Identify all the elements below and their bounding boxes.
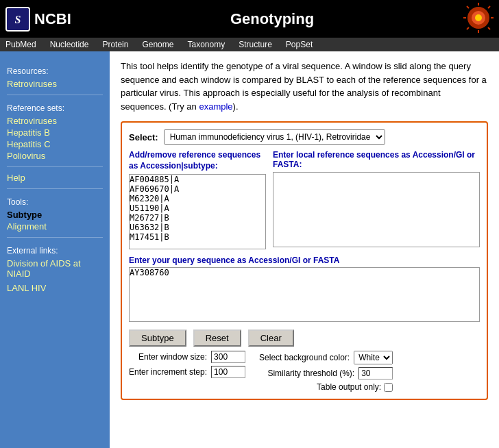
sidebar-retroviruses-resources[interactable]: Retroviruses <box>7 79 103 89</box>
two-col: Add/remove reference sequences as Access… <box>129 150 480 251</box>
intro-text2: ). <box>233 101 239 112</box>
external-label: External links: <box>7 246 103 256</box>
table-label: Table output only: <box>317 382 381 392</box>
sidebar: Resources: Retroviruses Reference sets: … <box>0 51 110 448</box>
sidebar-ref-hepatitisb[interactable]: Hepatitis B <box>7 127 103 138</box>
sidebar-division[interactable]: Division of AIDS at NIAID <box>7 258 103 279</box>
clear-button[interactable]: Clear <box>248 329 294 347</box>
nav-nucleotide[interactable]: Nucleotide <box>50 40 89 49</box>
fasta-area[interactable] <box>273 172 480 247</box>
svg-line-12 <box>467 27 469 29</box>
window-input[interactable] <box>211 351 245 363</box>
header: S NCBI Genotyping <box>0 0 499 38</box>
bg-select[interactable]: White Black Gray Blue <box>354 351 393 364</box>
nav-pubmed[interactable]: PubMed <box>5 40 36 49</box>
svg-line-10 <box>488 27 490 29</box>
select-row: Select: Human immunodeficiency virus 1, … <box>129 129 480 145</box>
tool-panel: Select: Human immunodeficiency virus 1, … <box>121 121 488 400</box>
bg-color-line: Select background color: White Black Gra… <box>259 351 393 364</box>
increment-line: Enter increment step: <box>129 366 245 378</box>
nav-popset[interactable]: PopSet <box>286 40 313 49</box>
query-area[interactable]: AY308760 <box>129 267 480 322</box>
resources-label: Resources: <box>7 66 103 76</box>
page-title-area: Genotyping <box>81 10 463 28</box>
sidebar-ref-retroviruses[interactable]: Retroviruses <box>7 116 103 126</box>
nav-genome[interactable]: Genome <box>142 40 173 49</box>
left-col: Add/remove reference sequences as Access… <box>129 150 266 251</box>
accession-list[interactable]: AF004885|A AF069670|A M62320|A U51190|A … <box>129 174 266 249</box>
query-label: Enter your query sequence as Accession/G… <box>129 256 480 265</box>
ncbi-logo-icon: S <box>5 7 30 32</box>
divider4 <box>7 237 103 238</box>
svg-point-4 <box>475 14 482 21</box>
reference-label: Reference sets: <box>7 103 103 113</box>
params-right: Select background color: White Black Gra… <box>259 351 393 392</box>
table-output-line: Table output only: <box>259 382 393 392</box>
sidebar-alignment[interactable]: Alignment <box>7 221 103 232</box>
params-left: Enter window size: Enter increment step: <box>129 351 245 378</box>
threshold-line: Similarity threshold (%): <box>259 367 393 379</box>
svg-line-11 <box>488 6 490 8</box>
right-col: Enter local reference sequences as Acces… <box>273 150 480 251</box>
sidebar-help[interactable]: Help <box>7 173 103 183</box>
virus-select[interactable]: Human immunodeficiency virus 1, (HIV-1),… <box>164 129 385 145</box>
tools-label: Tools: <box>7 197 103 207</box>
intro-text1: This tool helps identify the genotype of… <box>121 61 487 112</box>
intro-text: This tool helps identify the genotype of… <box>121 60 488 113</box>
subtype-button[interactable]: Subtype <box>129 329 186 347</box>
reset-button[interactable]: Reset <box>193 329 241 347</box>
increment-label: Enter increment step: <box>129 367 207 377</box>
add-remove-label: Add/remove reference sequences as Access… <box>129 150 266 171</box>
params-row: Enter window size: Enter increment step:… <box>129 351 480 392</box>
svg-line-9 <box>467 6 469 8</box>
divider3 <box>7 188 103 189</box>
page-title: Genotyping <box>230 10 314 27</box>
threshold-input[interactable] <box>358 367 393 379</box>
divider2 <box>7 166 103 167</box>
sidebar-ref-hepatitisc[interactable]: Hepatitis C <box>7 139 103 149</box>
threshold-label: Similarity threshold (%): <box>267 369 354 378</box>
main-layout: Resources: Retroviruses Reference sets: … <box>0 51 499 448</box>
select-label: Select: <box>129 132 158 142</box>
virus-logo <box>463 3 494 35</box>
table-checkbox[interactable] <box>384 383 393 392</box>
ncbi-logo: S NCBI <box>5 7 81 32</box>
window-label: Enter window size: <box>138 352 207 362</box>
example-link[interactable]: example <box>199 101 232 112</box>
main-content: This tool helps identify the genotype of… <box>110 51 499 448</box>
navbar: PubMed Nucleotide Protein Genome Taxonom… <box>0 38 499 51</box>
nav-protein[interactable]: Protein <box>102 40 128 49</box>
nav-structure[interactable]: Structure <box>239 40 272 49</box>
button-row: Subtype Reset Clear <box>129 329 480 347</box>
nav-taxonomy[interactable]: Taxonomy <box>187 40 225 49</box>
fasta-label: Enter local reference sequences as Acces… <box>273 150 480 169</box>
sidebar-lanl[interactable]: LANL HIV <box>7 283 103 293</box>
svg-text:S: S <box>15 14 21 25</box>
window-size-line: Enter window size: <box>129 351 245 363</box>
bg-label: Select background color: <box>259 353 350 362</box>
ncbi-text: NCBI <box>34 10 71 28</box>
sidebar-ref-poliovirus[interactable]: Poliovirus <box>7 151 103 161</box>
increment-input[interactable] <box>211 366 245 378</box>
divider1 <box>7 95 103 95</box>
sidebar-subtype[interactable]: Subtype <box>7 210 103 220</box>
